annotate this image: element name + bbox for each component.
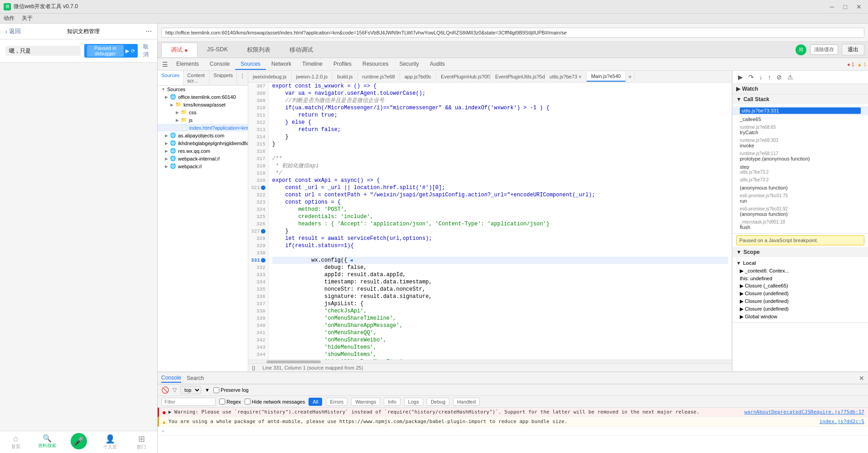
code-line-321[interactable]: const _url = _url || location.href.split… [272, 184, 728, 191]
code-line-312[interactable]: } else { [272, 119, 728, 126]
code-tab-0[interactable]: jweixindebug.js [248, 72, 292, 81]
watch-section-header[interactable]: ▶ Watch [733, 84, 868, 94]
code-line-341[interactable]: 'onMenuShareQQ', [272, 329, 728, 336]
error-message-link[interactable]: warnAboutDeprecatedCJSRequire.js?75db:17 [744, 409, 864, 415]
devtools-tab-console[interactable]: Console [204, 59, 235, 70]
top-selector[interactable]: top [180, 386, 201, 394]
code-line-317[interactable]: /** [272, 155, 728, 162]
code-content[interactable]: export const is_wxwork = () => { var ua … [269, 83, 732, 360]
tree-kms[interactable]: ▶ 📁 kms/kmswap/asset [158, 101, 248, 108]
code-line-313[interactable]: return false; [272, 126, 728, 133]
code-line-309[interactable]: //判断是否为微信并且是否是微信企业号 [272, 97, 728, 104]
filter-handled-button[interactable]: Handled [453, 398, 480, 406]
code-line-332[interactable]: debug: false, [272, 264, 728, 271]
scope-closure-callee[interactable]: ▶ Closure (_callee65) [733, 282, 868, 290]
horizontal-scrollbar[interactable] [248, 360, 732, 363]
call-stack-item-run[interactable]: es6-promise.js?bc01:75 run [733, 192, 868, 205]
code-tab-1[interactable]: jweixn-1.2.0.js [292, 72, 333, 81]
console-tab-console[interactable]: Console [161, 374, 181, 383]
code-tab-3[interactable]: runtime.js?e68 [358, 72, 400, 81]
tab-debug[interactable]: 调试 ● [161, 43, 198, 57]
code-line-337[interactable]: jsApiList: { [272, 300, 728, 307]
code-tab-5[interactable]: EventPluginHub.js?0f32 [436, 72, 491, 81]
devtools-tab-elements[interactable]: Elements [171, 59, 204, 70]
filter-info-button[interactable]: Info [384, 398, 400, 406]
menu-item-about[interactable]: 关于 [22, 15, 33, 22]
close-button[interactable]: ✕ [854, 2, 864, 11]
code-line-310[interactable]: if(ua.match(/MicroMessenger/i)=="microme… [272, 104, 728, 112]
scope-context6[interactable]: ▶ _context6: Contex... [733, 267, 868, 275]
tree-alipay[interactable]: ▶ 🌐 as.alipayobjects.com [158, 132, 248, 139]
code-line-308[interactable]: var ua = navigator.userAgent.toLowerCase… [272, 90, 728, 97]
scope-header[interactable]: ▼ Scope [733, 247, 868, 257]
nav-mic[interactable]: 🎤 [63, 431, 94, 453]
deactivate-breakpoints-button[interactable]: ⊘ [775, 73, 784, 82]
filter-logs-button[interactable]: Logs [404, 398, 423, 406]
tree-teemlink[interactable]: ▶ 🌐 office.teemlink.com:60140 [158, 93, 248, 101]
code-line-315[interactable]: } [272, 141, 728, 148]
console-tab-search[interactable]: Search [187, 374, 204, 382]
code-line-316[interactable] [272, 148, 728, 155]
code-line-331[interactable]: wx.config({ ◀ [272, 257, 728, 264]
tab-jssdk[interactable]: JS-SDK [198, 43, 237, 57]
code-tab-7[interactable]: utils.js?be73 × [545, 72, 587, 81]
call-stack-item-anon2[interactable]: (anonymous function) [733, 184, 868, 192]
nav-search[interactable]: 🔍 资料搜索 [31, 431, 63, 453]
sources-tab-sources[interactable]: Sources [158, 71, 183, 85]
code-line-330[interactable] [272, 249, 728, 257]
code-line-307[interactable]: export const is_wxwork = () => { [272, 83, 728, 90]
preserve-log-input[interactable] [213, 387, 219, 393]
sources-tab-content[interactable]: Content scr... [183, 71, 210, 85]
scope-closure-undef2[interactable]: ▶ Closure (undefined) [733, 297, 868, 305]
devtools-tab-network[interactable]: Network [266, 59, 297, 70]
regex-checkbox[interactable]: Regex [219, 399, 241, 404]
call-stack-item-step[interactable]: step utils.js?be73:2 [733, 163, 868, 176]
tree-js[interactable]: ▶ 📁 js [158, 116, 248, 124]
scope-global[interactable]: ▶ Global window [733, 313, 868, 321]
code-line-323[interactable]: const options = { [272, 199, 728, 206]
call-stack-item-anon3[interactable]: es6-promise.js?bc01:92 (anonymous functi… [733, 205, 868, 218]
devtools-tab-audits[interactable]: Audits [424, 59, 450, 70]
tree-webpack[interactable]: ▶ 🌐 webpack:// [158, 162, 248, 170]
sources-tab-snippets[interactable]: Snippets [210, 71, 237, 85]
call-stack-item-anon1[interactable]: utils.js?be73:2 [733, 176, 868, 184]
pause-resume-button[interactable]: ▶ [736, 73, 745, 82]
code-line-342[interactable]: 'onMenuShareWeibo', [272, 336, 728, 344]
code-line-329[interactable]: if(result.status==1){ [272, 242, 728, 249]
preserve-log-checkbox[interactable]: Preserve log [213, 387, 249, 393]
code-tab-8[interactable]: Main.js?e540 [587, 72, 626, 82]
code-line-311[interactable]: return true; [272, 112, 728, 119]
url-input[interactable] [161, 28, 864, 38]
tree-res-wx[interactable]: ▶ 🌐 res.wx.qq.com [158, 147, 248, 155]
pause-exceptions-button[interactable]: ⚠ [786, 73, 795, 82]
code-line-325[interactable]: credentials: 'include', [272, 213, 728, 220]
code-tab-2[interactable]: build.js [333, 72, 357, 81]
filter-warnings-button[interactable]: Warnings [351, 398, 380, 406]
tree-webpack-internal[interactable]: ▶ 🌐 webpack-internal:// [158, 155, 248, 162]
exit-button[interactable]: 退出 [842, 44, 864, 55]
nav-dept[interactable]: ⊞ 部门 [126, 431, 157, 453]
code-tabs-more-button[interactable]: » [626, 72, 635, 82]
code-line-326[interactable]: headers : { 'Accept': 'application/json'… [272, 220, 728, 228]
devtools-tab-profiles[interactable]: Profiles [328, 59, 357, 70]
regex-input[interactable] [219, 399, 225, 404]
devtools-tab-sources[interactable]: Sources [235, 59, 266, 70]
code-line-318[interactable]: * 初始化微信api [272, 162, 728, 170]
filter-icon[interactable]: ▽ [173, 387, 177, 393]
cancel-button[interactable]: 取消 [143, 43, 152, 58]
hide-network-input[interactable] [245, 399, 251, 404]
devtools-tab-security[interactable]: Security [394, 59, 424, 70]
menu-item-action[interactable]: 动作 [4, 15, 14, 22]
code-line-319[interactable]: */ [272, 170, 728, 177]
code-tab-6[interactable]: EventPluginUtils.js?5d8c [491, 72, 545, 81]
code-line-327[interactable]: } [272, 228, 728, 235]
step-over-button[interactable]: ⟳ [131, 48, 135, 54]
code-line-336[interactable]: signature: result.data.signature, [272, 293, 728, 300]
close-console-button[interactable]: ✕ [859, 375, 864, 382]
back-button[interactable]: ‹ 返回 [5, 27, 21, 35]
hide-network-checkbox[interactable]: Hide network messages [245, 399, 305, 404]
tree-sources-root[interactable]: ▼ Sources [158, 86, 248, 93]
code-line-314[interactable]: } [272, 133, 728, 141]
nav-home[interactable]: ⌂ 首页 [0, 431, 31, 453]
call-stack-item-0[interactable]: utils.js?be73:331 [733, 106, 868, 115]
